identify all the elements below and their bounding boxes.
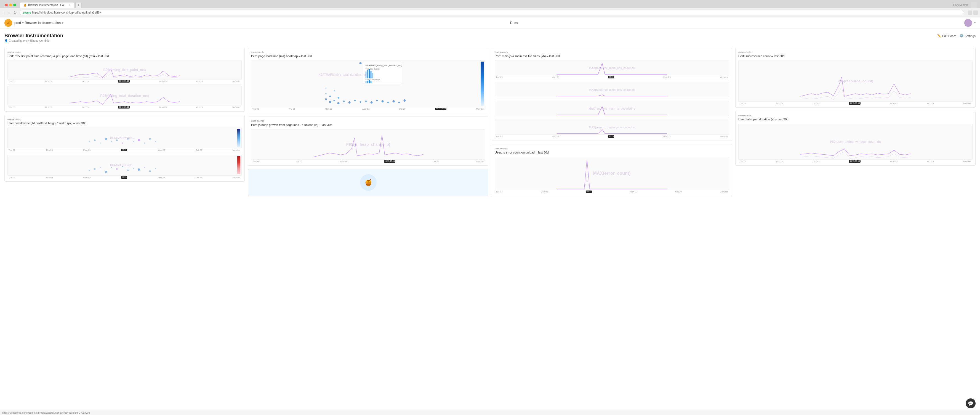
chart-axis-heap: Tue 03Sat 07Mon 0905/15-19:11Oct 29Membe… bbox=[251, 160, 485, 163]
svg-point-27 bbox=[326, 93, 327, 94]
secure-badge: Secure bbox=[22, 11, 31, 14]
svg-point-46 bbox=[398, 102, 400, 103]
chart-file-2[interactable]: MAX(resource_main_css_encoded bbox=[495, 82, 729, 97]
svg-point-17 bbox=[111, 167, 112, 168]
line-chart-1b bbox=[8, 86, 242, 105]
new-tab-button[interactable]: + bbox=[75, 2, 82, 8]
svg-text:Entire time range: Entire time range bbox=[366, 79, 380, 81]
chart-file-1[interactable]: MAX(resource_main_css_encoded bbox=[495, 60, 729, 75]
svg-point-10 bbox=[144, 142, 145, 144]
svg-point-25 bbox=[155, 168, 156, 169]
heatmap-svg-2 bbox=[8, 155, 237, 176]
minimize-button[interactable] bbox=[9, 3, 12, 6]
grid-col-1: user-events Perf: p95 first paint time (… bbox=[5, 48, 245, 196]
grid-col-4: user-events Perf: subresource count – la… bbox=[735, 48, 975, 196]
extension-icon-2[interactable] bbox=[974, 11, 978, 15]
panel-title: Perf: p95 first paint time (chrome) & p9… bbox=[8, 54, 242, 58]
svg-point-5 bbox=[116, 139, 118, 141]
svg-point-32 bbox=[334, 90, 335, 91]
active-tab[interactable]: 🍯 Browser Instrumentation | Ho... × bbox=[20, 2, 74, 8]
docs-link[interactable]: Docs bbox=[510, 21, 518, 25]
profile-icon[interactable] bbox=[971, 2, 977, 8]
chart-file-3[interactable]: MAX(resource_main_js_decoded_s bbox=[495, 101, 729, 116]
svg-point-0 bbox=[89, 141, 90, 142]
svg-point-38 bbox=[360, 62, 362, 64]
svg-point-1 bbox=[94, 139, 96, 141]
chart-axis-hm2: Tue 03Thu 05Mon 0905/15Mon 23Oct 29Membe… bbox=[8, 176, 242, 179]
chart-heap[interactable]: P95(js_heap_change_b) bbox=[251, 129, 485, 160]
breadcrumb-board[interactable]: Browser Instrumentation bbox=[25, 21, 61, 25]
status-url: https://ui-dogfood.honeycomb.io/prod/dat… bbox=[2, 412, 90, 414]
panel-subresource: user-events Perf: subresource count – la… bbox=[735, 48, 975, 108]
panel-tab-duration: user-events User: tab open duration (s) … bbox=[735, 111, 975, 165]
file-chart-2 bbox=[495, 82, 729, 97]
grid-col-2: user-events Perf: page load time (ms) he… bbox=[248, 48, 488, 196]
chart-subresource[interactable]: P95(resource_count) bbox=[738, 60, 972, 102]
address-bar: ‹ › ↻ Secure https://ui-dogfood.honeycom… bbox=[0, 8, 980, 17]
svg-point-41 bbox=[371, 101, 373, 104]
tab-title: Browser Instrumentation | Ho... bbox=[28, 3, 66, 6]
chart-heatmap-1[interactable]: HEATMAP(windo... bbox=[8, 128, 242, 148]
forward-button[interactable]: › bbox=[8, 10, 11, 16]
edit-icon: ✏️ bbox=[937, 34, 941, 38]
app-logo[interactable]: 🍯 bbox=[5, 19, 12, 27]
window-controls bbox=[2, 2, 19, 8]
logo-icon: 🍯 bbox=[6, 21, 10, 24]
chart-error[interactable]: MAX(error_count) bbox=[495, 157, 729, 190]
user-dropdown-arrow[interactable]: ▾ bbox=[974, 21, 975, 24]
panel-category-3: user-events bbox=[251, 51, 485, 54]
svg-point-7 bbox=[127, 138, 129, 140]
page-title: Browser Instrumentation bbox=[5, 33, 63, 39]
svg-rect-51 bbox=[366, 72, 367, 78]
chart-axis-f1: Tue 03Mon 0905/15Mon 23Member bbox=[495, 75, 729, 78]
svg-point-22 bbox=[138, 168, 140, 171]
panel-load-heatmap: user-events Perf: page load time (ms) he… bbox=[248, 48, 488, 113]
line-chart-sub bbox=[738, 61, 972, 102]
svg-point-47 bbox=[404, 99, 406, 102]
chart-area-1b[interactable]: P95(timing_total_duration_ms) bbox=[8, 86, 242, 105]
panel-error-count: user-events User: js error count on unlo… bbox=[492, 144, 732, 196]
back-button[interactable]: ‹ bbox=[2, 10, 6, 16]
user-avatar[interactable] bbox=[964, 19, 972, 27]
close-button[interactable] bbox=[5, 3, 8, 6]
panel-title-4: Perf: js heap growth from page load –> u… bbox=[251, 123, 485, 127]
chart-axis-1b: Tue 03Mon 09Oct 1505/15-19:11Mon 23Oct 2… bbox=[8, 105, 242, 109]
panel-title-2: User: window height, width, & height * w… bbox=[8, 121, 242, 125]
chart-axis-hm1: Tue 03Thu 05Mon 0905/15Mon 23Oct 29Membe… bbox=[8, 148, 242, 151]
breadcrumb-prod[interactable]: prod bbox=[14, 21, 21, 25]
chart-area-1a[interactable]: P95(timing_first_paint_ms) bbox=[8, 60, 242, 80]
edit-board-button[interactable]: ✏️ Edit Board bbox=[937, 34, 956, 38]
grid-col-3: user-events Perf: main.js & main.css fil… bbox=[492, 48, 732, 196]
chart-heatmap-2[interactable]: HEATMAP(windo... bbox=[8, 155, 242, 176]
line-chart-heap bbox=[251, 129, 485, 160]
panel-category: user-events bbox=[8, 51, 242, 54]
color-scale-3 bbox=[480, 62, 484, 106]
nav-center: Docs bbox=[64, 21, 964, 25]
svg-rect-58 bbox=[367, 81, 368, 83]
line-chart-tab bbox=[738, 124, 972, 160]
chat-button[interactable]: 💬 bbox=[966, 398, 975, 409]
svg-point-13 bbox=[89, 170, 90, 171]
chart-divider bbox=[8, 84, 242, 85]
maximize-button[interactable] bbox=[13, 3, 16, 6]
svg-rect-60 bbox=[371, 81, 372, 83]
panel-category-8: user-events bbox=[738, 114, 972, 117]
svg-point-37 bbox=[354, 100, 356, 101]
chart-file-4[interactable]: MAX(resourc...main_js_encoded_s bbox=[495, 120, 729, 135]
color-scale bbox=[237, 129, 240, 147]
settings-button[interactable]: ⚙️ Settings bbox=[959, 34, 975, 38]
color-scale-2 bbox=[237, 156, 240, 174]
chart-tab-dur[interactable]: P50(user_timing_window_open_du bbox=[738, 124, 972, 160]
extension-icon-1[interactable] bbox=[968, 11, 972, 15]
browser-chrome: 🍯 Browser Instrumentation | Ho... × + Ho… bbox=[0, 0, 980, 18]
chart-heatmap-main[interactable]: HEATMAP(timing_total_duration_ms) bbox=[251, 60, 485, 107]
url-text: https://ui-dogfood.honeycomb.io/prod/boa… bbox=[32, 11, 101, 14]
svg-point-20 bbox=[127, 169, 129, 171]
line-chart-error bbox=[495, 157, 729, 190]
chart-axis-1a: Tue 03Mon 09Oct 1505/15-19:11Mon 23Oct 2… bbox=[8, 80, 242, 83]
svg-point-43 bbox=[382, 100, 384, 102]
refresh-button[interactable]: ↻ bbox=[13, 10, 18, 16]
svg-point-26 bbox=[325, 98, 327, 100]
url-bar[interactable]: Secure https://ui-dogfood.honeycomb.io/p… bbox=[19, 10, 964, 15]
svg-point-45 bbox=[393, 100, 395, 102]
